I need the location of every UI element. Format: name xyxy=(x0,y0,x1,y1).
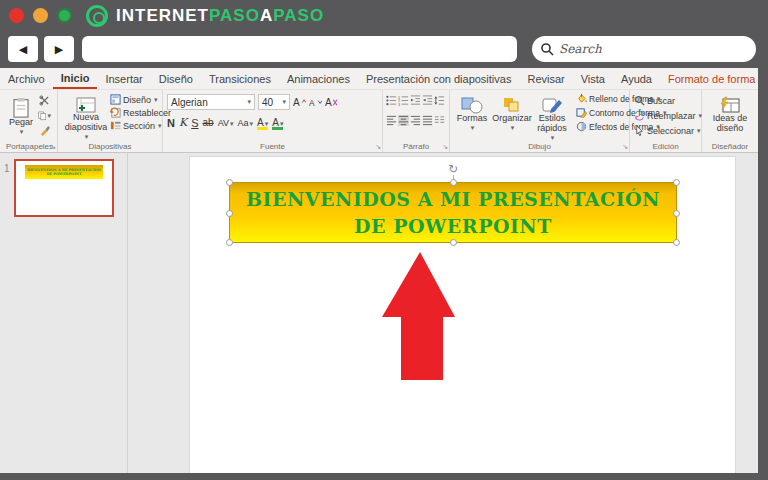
clear-formatting-button[interactable] xyxy=(325,96,338,109)
change-case-button[interactable]: Aa xyxy=(238,118,254,128)
title-banner-text[interactable]: BIENVENIDOS A MI PRESENTACIÓN DE POWERPO… xyxy=(230,186,676,240)
reset-button[interactable]: Restablecer xyxy=(110,107,171,118)
font-name-value: Algerian xyxy=(171,97,208,108)
select-icon xyxy=(634,125,645,136)
search-box[interactable] xyxy=(532,36,756,62)
tab-transiciones[interactable]: Transiciones xyxy=(201,70,279,88)
editing-buttons: Buscar Reemplazar Seleccionar xyxy=(634,95,702,136)
character-spacing-button[interactable]: AV xyxy=(218,118,234,128)
font-dialog-launcher[interactable] xyxy=(375,143,381,151)
resize-handle-mid-left[interactable] xyxy=(226,210,233,217)
clipboard-small-buttons xyxy=(38,94,51,137)
red-up-arrow-annotation xyxy=(382,252,455,380)
slide-canvas[interactable]: BIENVENIDOS A MI PRESENTACIÓN DE POWERPO… xyxy=(190,157,735,474)
clear-formatting-icon xyxy=(325,97,338,108)
bold-button[interactable]: N xyxy=(167,117,175,129)
drawing-big-buttons: Formas Organizar Estilos rápidos xyxy=(452,92,572,141)
section-button[interactable]: Sección xyxy=(110,120,171,131)
numbering-button[interactable] xyxy=(398,95,409,106)
resize-handle-bottom-left[interactable] xyxy=(226,239,233,246)
tab-insertar[interactable]: Insertar xyxy=(97,70,150,88)
resize-handle-top-right[interactable] xyxy=(673,179,680,186)
cut-button[interactable] xyxy=(38,94,51,107)
format-painter-button[interactable] xyxy=(38,124,51,137)
align-center-button[interactable] xyxy=(398,115,409,126)
brand-word-internet: INTERNET xyxy=(116,6,209,25)
resize-handle-top-center[interactable] xyxy=(450,179,457,186)
design-ideas-button[interactable]: Ideas de diseño xyxy=(708,92,752,134)
browser-navbar xyxy=(0,31,768,68)
group-label-diapositivas: Diapositivas xyxy=(58,142,162,151)
font-name-combo[interactable]: Algerian xyxy=(167,94,255,110)
clipboard-dialog-launcher[interactable] xyxy=(50,143,56,151)
resize-handle-top-left[interactable] xyxy=(226,179,233,186)
tab-presentacion[interactable]: Presentación con diapositivas xyxy=(358,70,520,88)
app-window: INTERNETPASOAPASO Archivo Inicio Inserta… xyxy=(0,0,768,480)
highlight-color-button[interactable]: A xyxy=(257,117,268,128)
brand-word-paso2: PASO xyxy=(273,6,324,25)
paragraph-row-2 xyxy=(386,115,445,126)
arrange-button[interactable]: Organizar xyxy=(492,92,532,141)
align-left-button[interactable] xyxy=(386,115,397,126)
line-spacing-button[interactable] xyxy=(434,95,445,106)
decrease-font-button[interactable] xyxy=(309,96,322,109)
select-button[interactable]: Seleccionar xyxy=(634,125,702,136)
drawing-dialog-launcher[interactable] xyxy=(622,143,628,151)
shapes-label: Formas xyxy=(457,114,488,124)
slide-thumbnail[interactable]: BIENVENIDOS A MI PRESENTACIÓN DE POWERPO… xyxy=(14,159,114,217)
layout-button[interactable]: Diseño xyxy=(110,94,171,105)
quick-styles-button[interactable]: Estilos rápidos xyxy=(532,92,572,141)
resize-handle-bottom-center[interactable] xyxy=(450,239,457,246)
paragraph-dialog-launcher[interactable] xyxy=(442,143,448,151)
tab-ayuda[interactable]: Ayuda xyxy=(613,70,660,88)
quick-styles-label: Estilos rápidos xyxy=(532,114,572,134)
find-button[interactable]: Buscar xyxy=(634,95,702,106)
window-close-icon[interactable] xyxy=(9,8,24,23)
increase-indent-button[interactable] xyxy=(422,95,433,106)
new-slide-button[interactable]: Nueva diapositiva xyxy=(62,93,110,140)
group-disenador: Ideas de diseño Diseñador xyxy=(702,90,758,152)
decrease-indent-button[interactable] xyxy=(410,95,421,106)
font-size-combo[interactable]: 40 xyxy=(258,94,290,110)
italic-button[interactable]: K xyxy=(179,116,187,129)
back-button[interactable] xyxy=(8,36,38,62)
group-diapositivas: Nueva diapositiva Diseño Restablecer Sec… xyxy=(58,90,163,152)
increase-font-button[interactable] xyxy=(293,96,306,109)
title-banner-shape[interactable]: BIENVENIDOS A MI PRESENTACIÓN DE POWERPO… xyxy=(229,182,677,243)
group-label-dibujo: Dibujo xyxy=(450,142,629,151)
copy-button[interactable] xyxy=(38,109,51,122)
tab-diseno[interactable]: Diseño xyxy=(151,70,201,88)
tab-archivo[interactable]: Archivo xyxy=(0,70,53,88)
window-maximize-icon[interactable] xyxy=(57,8,72,23)
ribbon-tab-row: Archivo Inicio Insertar Diseño Transicio… xyxy=(0,68,758,90)
address-bar[interactable] xyxy=(82,36,517,62)
find-label: Buscar xyxy=(647,96,675,106)
paragraph-row-1 xyxy=(386,95,445,106)
strikethrough-button[interactable]: ab xyxy=(203,117,214,128)
shapes-button[interactable]: Formas xyxy=(452,92,492,141)
tab-animaciones[interactable]: Animaciones xyxy=(279,70,358,88)
align-right-button[interactable] xyxy=(410,115,421,126)
rotate-handle-icon[interactable]: ↻ xyxy=(446,162,460,176)
resize-handle-mid-right[interactable] xyxy=(673,210,680,217)
group-label-fuente: Fuente xyxy=(163,142,382,151)
window-minimize-icon[interactable] xyxy=(33,8,48,23)
brand-wordmark: INTERNETPASOAPASO xyxy=(116,6,324,26)
thumbnail-title-text: BIENVENIDOS A MI PRESENTACIÓN DE POWERPO… xyxy=(25,168,103,177)
underline-button[interactable]: S xyxy=(191,117,198,129)
font-color-button[interactable]: A xyxy=(272,117,283,128)
tab-inicio[interactable]: Inicio xyxy=(53,69,98,89)
tab-revisar[interactable]: Revisar xyxy=(519,70,572,88)
replace-label: Reemplazar xyxy=(647,111,696,121)
justify-button[interactable] xyxy=(422,115,433,126)
columns-button[interactable] xyxy=(434,115,445,126)
search-input[interactable] xyxy=(559,42,748,56)
forward-button[interactable] xyxy=(44,36,74,62)
tab-formato-de-forma[interactable]: Formato de forma xyxy=(660,70,763,88)
paste-button[interactable]: Pegar xyxy=(7,93,35,136)
tab-vista[interactable]: Vista xyxy=(573,70,613,88)
new-slide-label: Nueva diapositiva xyxy=(62,113,110,133)
bullets-button[interactable] xyxy=(386,95,397,106)
resize-handle-bottom-right[interactable] xyxy=(673,239,680,246)
replace-button[interactable]: Reemplazar xyxy=(634,110,702,121)
